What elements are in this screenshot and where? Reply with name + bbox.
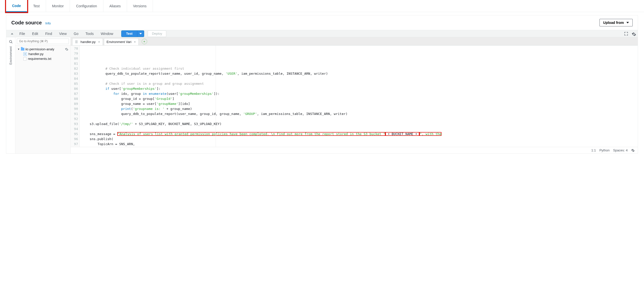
code-line[interactable]: query_ddb_to_populate_report(user_name, … bbox=[82, 111, 638, 116]
code-line[interactable]: query_ddb_to_populate_report(user_name, … bbox=[82, 71, 638, 76]
upload-from-label: Upload from bbox=[603, 21, 624, 25]
code-line[interactable]: group_name = user['groupName'][idx] bbox=[82, 101, 638, 106]
code-line[interactable]: print('groupname is: ' + group_name) bbox=[82, 106, 638, 111]
text-file-icon bbox=[23, 57, 26, 61]
code-line[interactable]: TopicArn = SNS_ARN, bbox=[82, 142, 638, 147]
cloud9-ide: File Edit Find View Go Tools Window Test… bbox=[6, 30, 638, 153]
menu-window[interactable]: Window bbox=[98, 31, 116, 37]
tree-file-label: requirements.txt bbox=[28, 57, 51, 61]
code-line[interactable]: sns_message = "Analysis of users list wi… bbox=[82, 132, 638, 137]
code-line[interactable]: for idx, group in enumerate(user['groupM… bbox=[82, 91, 638, 96]
editor-tabstrip: ☰ handler.py × Environment Vari × ＋ bbox=[71, 37, 638, 45]
tab-configuration[interactable]: Configuration bbox=[70, 0, 103, 12]
menu-edit[interactable]: Edit bbox=[29, 31, 41, 37]
status-pos: 1:1 bbox=[591, 148, 596, 152]
tree-root[interactable]: ▼ iic-permission-analy bbox=[16, 47, 69, 52]
close-icon[interactable]: × bbox=[134, 40, 136, 44]
fullscreen-icon[interactable] bbox=[624, 32, 628, 36]
gear-icon[interactable] bbox=[631, 149, 635, 152]
environment-label[interactable]: Environment bbox=[9, 46, 13, 65]
status-indent[interactable]: Spaces: 4 bbox=[613, 148, 628, 152]
code-line[interactable] bbox=[82, 127, 638, 132]
menu-file[interactable]: File bbox=[16, 31, 28, 37]
folder-icon bbox=[21, 48, 24, 51]
print-margin bbox=[216, 46, 216, 147]
code-line[interactable]: group_id = group['GroupId'] bbox=[82, 96, 638, 101]
tree-root-label: iic-permission-analy bbox=[25, 47, 54, 51]
tree-file-requirements[interactable]: requirements.txt bbox=[16, 56, 69, 61]
caret-down-icon bbox=[626, 22, 629, 23]
code-line[interactable]: s3.upload_file('/tmp/' + S3_UPLOAD_KEY, … bbox=[82, 121, 638, 127]
python-file-icon: ✦ bbox=[23, 52, 27, 56]
code-line[interactable]: sns.publish( bbox=[82, 137, 638, 142]
tree-file-handler[interactable]: ✦ handler.py bbox=[16, 52, 69, 56]
code-line[interactable]: # Check if user is in a group and group … bbox=[82, 81, 638, 86]
editor-tab-handler[interactable]: ☰ handler.py × bbox=[72, 38, 103, 45]
ide-menubar: File Edit Find View Go Tools Window Test… bbox=[6, 30, 638, 37]
gear-icon[interactable] bbox=[632, 32, 635, 35]
line-gutter: 7879808182838485868788899091929394959697… bbox=[71, 46, 80, 147]
editor-tab-label: handler.py bbox=[80, 40, 96, 44]
tab-test[interactable]: Test bbox=[27, 0, 46, 12]
gear-icon[interactable] bbox=[65, 48, 68, 51]
upload-from-button[interactable]: Upload from bbox=[599, 19, 633, 26]
menu-go[interactable]: Go bbox=[71, 31, 82, 37]
panel-header: Code source Info Upload from bbox=[6, 15, 638, 30]
ide-gutter-left: Environment bbox=[6, 37, 15, 153]
search-icon[interactable] bbox=[9, 40, 13, 44]
code-line[interactable]: Message = sns_message, bbox=[82, 147, 638, 147]
editor-statusbar: 1:1 Python Spaces: 4 bbox=[71, 147, 638, 153]
code-source-panel: Code source Info Upload from File Edit F… bbox=[6, 15, 638, 154]
add-tab-button[interactable]: ＋ bbox=[142, 39, 147, 44]
menu-view[interactable]: View bbox=[56, 31, 70, 37]
tab-versions[interactable]: Versions bbox=[127, 0, 153, 12]
editor-tab-label: Environment Vari bbox=[107, 40, 132, 44]
editor-area: ☰ handler.py × Environment Vari × ＋ 7879… bbox=[71, 37, 638, 153]
svg-point-0 bbox=[9, 40, 12, 43]
code-editor[interactable]: # Check individual user assignment first… bbox=[80, 46, 638, 147]
tree-file-label: handler.py bbox=[28, 52, 44, 56]
panel-title: Code source bbox=[11, 20, 42, 26]
test-button[interactable]: Test bbox=[122, 31, 137, 37]
tab-monitor[interactable]: Monitor bbox=[46, 0, 70, 12]
lambda-top-tabs: Code Test Monitor Configuration Aliases … bbox=[0, 0, 644, 12]
code-line[interactable]: if user['groupMemberships']: bbox=[82, 86, 638, 91]
doc-icon: ☰ bbox=[75, 40, 78, 44]
tab-aliases[interactable]: Aliases bbox=[103, 0, 127, 12]
goto-anything-input[interactable] bbox=[17, 38, 69, 44]
test-dropdown[interactable] bbox=[137, 31, 144, 37]
code-line[interactable] bbox=[82, 116, 638, 121]
file-explorer: ▼ iic-permission-analy ✦ handler.py bbox=[15, 37, 71, 153]
close-icon[interactable]: × bbox=[98, 40, 100, 44]
deploy-button[interactable]: Deploy bbox=[148, 30, 166, 37]
menu-tools[interactable]: Tools bbox=[83, 31, 97, 37]
menubar-tri-icon[interactable] bbox=[11, 33, 13, 34]
svg-line-1 bbox=[11, 43, 12, 44]
menu-find[interactable]: Find bbox=[42, 31, 55, 37]
code-line[interactable] bbox=[82, 61, 638, 66]
code-line[interactable] bbox=[82, 76, 638, 81]
status-lang[interactable]: Python bbox=[599, 148, 610, 152]
test-button-group: Test bbox=[121, 30, 144, 37]
tab-code[interactable]: Code bbox=[6, 0, 27, 12]
info-link[interactable]: Info bbox=[45, 21, 51, 25]
chevron-down-icon: ▼ bbox=[17, 48, 20, 51]
editor-tab-env[interactable]: Environment Vari × bbox=[104, 38, 139, 45]
code-line[interactable]: # Check individual user assignment first bbox=[82, 66, 638, 71]
caret-down-icon bbox=[139, 33, 142, 34]
